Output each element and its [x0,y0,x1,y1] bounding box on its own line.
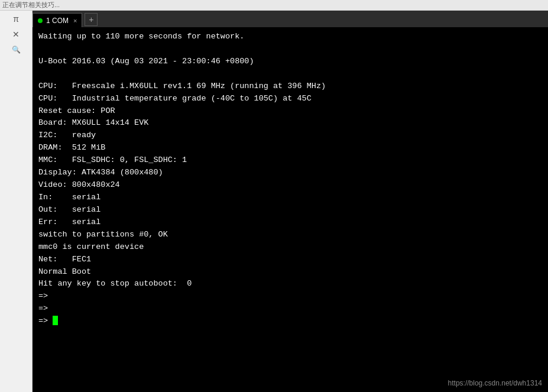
tab-close-button[interactable]: × [73,17,77,24]
top-bar-text: 正在调节相关技巧... [2,1,60,9]
pin-icon[interactable]: π [7,13,25,25]
terminal-cursor [53,316,58,325]
sidebar: π ✕ 🔍 [0,11,33,392]
tab-label: 1 COM [46,17,69,25]
main-area: 1 COM × + Waiting up to 110 more seconds… [33,11,548,392]
terminal-output: Waiting up to 110 more seconds for netwo… [38,31,542,328]
tab-add-button[interactable]: + [85,13,98,26]
watermark: https://blog.csdn.net/dwh1314 [448,379,542,387]
tab-status-dot [38,18,43,23]
search-icon[interactable]: 🔍 [7,44,25,56]
terminal-line-3: CPU: Freescale i.MX6ULL rev1.1 69 MHz (r… [38,82,326,326]
terminal[interactable]: Waiting up to 110 more seconds for netwo… [33,27,548,392]
terminal-line-1: Waiting up to 110 more seconds for netwo… [38,32,244,41]
top-bar: 正在调节相关技巧... [0,0,548,11]
tab-bar: 1 COM × + [33,11,548,27]
close-sidebar-icon[interactable]: ✕ [7,28,25,40]
tab-1-com[interactable]: 1 COM × [33,13,82,27]
terminal-line-2: U-Boot 2016.03 (Aug 03 2021 - 23:00:46 +… [38,57,254,66]
app-container: π ✕ 🔍 1 COM × + Waiting up to 110 more s… [0,11,548,392]
